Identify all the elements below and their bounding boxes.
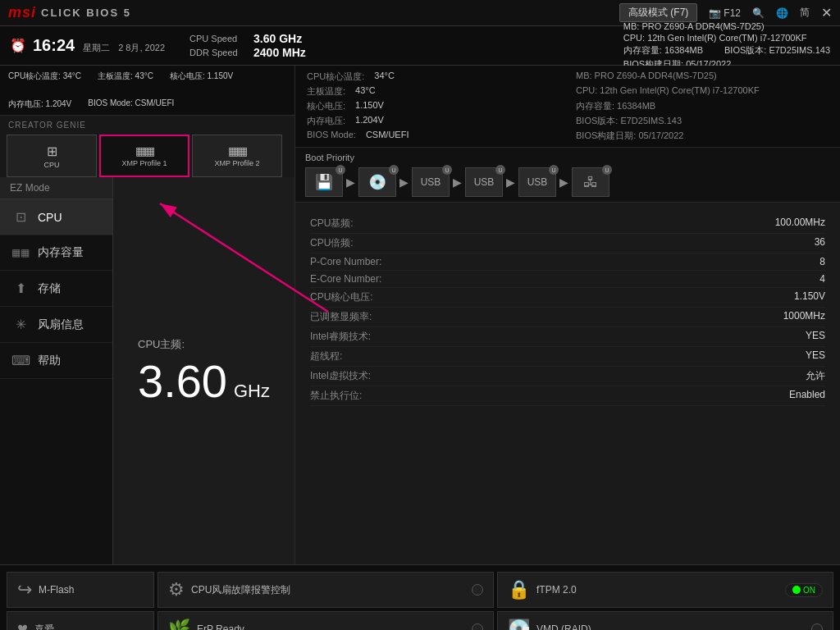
middle-section: CPU核心温度: 34°C 主板温度: 43°C 核心电压: 1.150V 内存… xyxy=(0,66,840,564)
erp-toggle[interactable] xyxy=(472,623,483,630)
vmd-icon: 💽 xyxy=(508,619,530,630)
clock-icon: ⏰ xyxy=(10,38,26,53)
favorites-icon: ♥ xyxy=(17,619,28,630)
vmd-toggle[interactable] xyxy=(811,623,823,630)
lang-button[interactable]: 简 xyxy=(800,6,810,20)
creator-genie-label: CREATOR GENIE xyxy=(7,121,288,130)
sysinfo-top-memv: 内存电压: 1.204V xyxy=(307,115,559,127)
cpu-fan-toggle[interactable] xyxy=(472,584,483,596)
cpu-sidebar-label: CPU xyxy=(38,211,62,224)
fan-sidebar-label: 风扇信息 xyxy=(38,317,84,332)
help-sidebar-icon: ⌨ xyxy=(11,353,30,368)
net-icon: 🖧 xyxy=(583,174,598,191)
bios-mode-info: BIOS Mode: CSM/UEFI xyxy=(88,98,174,110)
boot-device-net[interactable]: 🖧 U xyxy=(572,167,609,197)
ctab-cpu-icon: ⊞ xyxy=(47,144,57,159)
cpu-temp-info: CPU核心温度: 34°C xyxy=(8,71,81,82)
bottom-bar: ↪ M-Flash ⚙ CPU风扇故障报警控制 🔒 fTPM 2.0 xyxy=(0,564,840,630)
time-display: 16:24 xyxy=(33,36,75,55)
memory-sidebar-label: 内存容量 xyxy=(38,245,84,260)
info-row-vt: Intel虚拟技术: 允许 xyxy=(310,367,825,386)
usb1-icon: USB xyxy=(421,176,441,188)
ctab-xmp2-icon: ▦▦ xyxy=(228,144,246,158)
boot-device-usb1[interactable]: USB U xyxy=(412,167,450,197)
erp-label: ErP Ready xyxy=(197,623,244,630)
left-column: CPU核心温度: 34°C 主板温度: 43°C 核心电压: 1.150V 内存… xyxy=(0,66,295,564)
right-column: CPU核心温度: 34°C MB: PRO Z690-A DDR4(MS-7D2… xyxy=(295,66,840,564)
boot-arrow-4: ▶ xyxy=(506,176,515,189)
sysinfo-row-mem: 内存容量: 16384MB BIOS版本: E7D25IMS.143 xyxy=(623,44,830,57)
ftpm-tile[interactable]: 🔒 fTPM 2.0 ON xyxy=(497,572,833,608)
cpu-freq-big: 3.60 xyxy=(138,358,227,404)
ftpm-toggle[interactable]: ON xyxy=(785,583,823,597)
favorites-tile[interactable]: ♥ 喜爱 xyxy=(7,611,154,630)
globe-button[interactable]: 🌐 xyxy=(776,7,788,19)
ctab-cpu[interactable]: ⊞ CPU xyxy=(7,135,97,177)
fan-sidebar-icon: ✳ xyxy=(11,317,30,332)
ctab-xmp1-label: XMP Profile 1 xyxy=(122,159,167,167)
boot-device-dvd[interactable]: 💿 U xyxy=(358,167,396,197)
sidebar-item-fan[interactable]: ✳ 风扇信息 xyxy=(0,307,112,343)
info-row-hyperthreading: 超线程: YES xyxy=(310,347,825,367)
sysinfo-top-mem: 内存容量: 16384MB xyxy=(576,100,829,112)
info-row-cpu-volt: CPU核心电压: 1.150V xyxy=(310,288,825,308)
sysinfo-row-mb: MB: PRO Z690-A DDR4(MS-7D25) xyxy=(623,21,830,31)
mflash-label: M-Flash xyxy=(39,584,74,596)
sysinfo-top-mbtemp: 主板温度: 43°C xyxy=(307,85,559,98)
cpu-fan-label: CPU风扇故障报警控制 xyxy=(191,583,290,597)
logo: msi CLICK BIOS 5 xyxy=(8,4,131,21)
boot-devices: 💾 U ▶ 💿 U ▶ USB U ▶ USB xyxy=(305,167,830,197)
sysinfo-top-cputemp: CPU核心温度: 34°C xyxy=(307,71,559,83)
storage-sidebar-label: 存储 xyxy=(38,281,61,296)
cpu-fan-tile[interactable]: ⚙ CPU风扇故障报警控制 xyxy=(158,572,494,608)
boot-priority-label: Boot Priority xyxy=(305,153,830,162)
sysinfo-top-biosmode: BIOS Mode: CSM/UEFI xyxy=(307,130,559,142)
boot-device-hdd[interactable]: 💾 U xyxy=(305,167,343,197)
ftpm-icon: 🔒 xyxy=(508,579,530,600)
sidebar-item-storage[interactable]: ⬆ 存储 xyxy=(0,271,112,307)
main-layout: msi CLICK BIOS 5 高级模式 (F7) 📷 F12 🔍 🌐 简 ✕… xyxy=(0,0,840,630)
screenshot-button[interactable]: 📷 F12 xyxy=(709,7,741,19)
ddr-speed-row: DDR Speed 2400 MHz xyxy=(189,46,306,59)
vmd-tile[interactable]: 💽 VMD (RAID) xyxy=(497,611,833,630)
date-display: 2 8月, 2022 xyxy=(118,42,165,54)
cpu-detail-panel: CPU主频: 3.60 GHz xyxy=(113,177,294,564)
cpu-sidebar-icon: ⊡ xyxy=(11,209,30,225)
header-info: ⏰ 16:24 星期二 2 8月, 2022 CPU Speed 3.60 GH… xyxy=(0,26,840,66)
core-volt-info: 核心电压: 1.150V xyxy=(170,71,233,82)
bios-name: CLICK BIOS 5 xyxy=(41,7,131,19)
ctab-cpu-label: CPU xyxy=(43,161,59,169)
info-row-pcore: P-Core Number: 8 xyxy=(310,253,825,271)
sidebar-item-cpu[interactable]: ⊡ CPU xyxy=(0,199,112,235)
globe-icon: 🌐 xyxy=(776,7,788,19)
ctab-xmp2-label: XMP Profile 2 xyxy=(215,159,260,167)
sysinfo-top-biosdate: BIOS构建日期: 05/17/2022 xyxy=(576,130,829,142)
search-button[interactable]: 🔍 xyxy=(752,7,765,19)
sys-info-right: MB: PRO Z690-A DDR4(MS-7D25) CPU: 12th G… xyxy=(623,21,830,71)
ez-mode-label: EZ Mode xyxy=(0,177,112,199)
ctab-xmp2[interactable]: ▦▦ XMP Profile 2 xyxy=(192,135,282,177)
boot-device-usb2[interactable]: USB U xyxy=(465,167,503,197)
close-button[interactable]: ✕ xyxy=(821,5,832,21)
info-row-ecore: E-Core Number: 4 xyxy=(310,271,825,288)
sidebar-item-help[interactable]: ⌨ 帮助 xyxy=(0,343,112,379)
ddr-speed-label: DDR Speed xyxy=(189,48,247,57)
sysinfo-top-corev: 核心电压: 1.150V xyxy=(307,100,559,112)
time-date: 16:24 星期二 2 8月, 2022 xyxy=(33,36,165,55)
info-row-xd: 禁止执行位: Enabled xyxy=(310,386,825,406)
mem-volt-info: 内存电压: 1.204V xyxy=(8,98,71,110)
cpu-freq-label: CPU主频: xyxy=(138,337,270,352)
favorites-label: 喜爱 xyxy=(34,623,54,631)
vmd-label: VMD (RAID) xyxy=(536,623,591,630)
sidebar-detail: EZ Mode ⊡ CPU ▦▦ 内存容量 ⬆ 存储 ✳ xyxy=(0,177,294,564)
sysinfo-top-cpu2: CPU: 12th Gen Intel(R) Core(TM) i7-12700… xyxy=(576,85,829,98)
mflash-tile[interactable]: ↪ M-Flash xyxy=(7,572,154,608)
sidebar-item-memory[interactable]: ▦▦ 内存容量 xyxy=(0,235,112,271)
advanced-mode-button[interactable]: 高级模式 (F7) xyxy=(619,3,697,22)
boot-device-usb3[interactable]: USB U xyxy=(518,167,556,197)
ctab-xmp1[interactable]: ▦▦ XMP Profile 1 xyxy=(99,135,189,177)
cpu-fan-icon: ⚙ xyxy=(168,579,185,600)
cpu-freq-display: 3.60 GHz xyxy=(138,358,270,404)
erp-tile[interactable]: 🌿 ErP Ready xyxy=(158,611,494,630)
cpu-speed-row: CPU Speed 3.60 GHz xyxy=(189,32,306,45)
